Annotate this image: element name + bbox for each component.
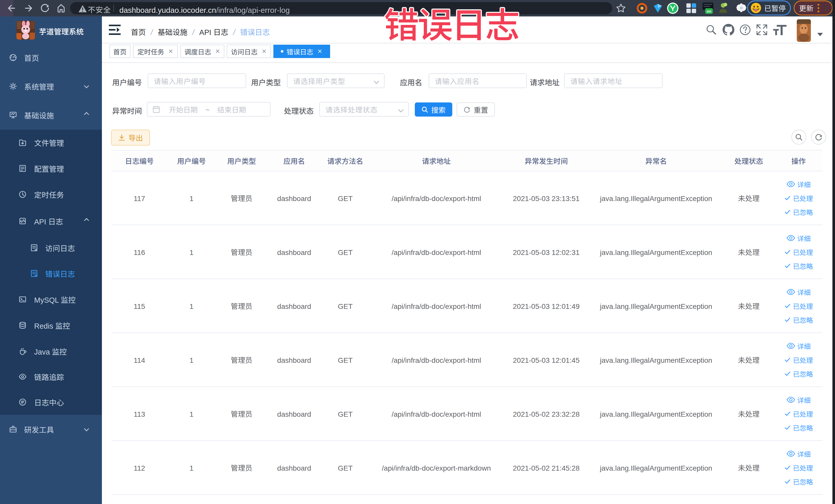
svg-text:on: on bbox=[707, 8, 711, 14]
